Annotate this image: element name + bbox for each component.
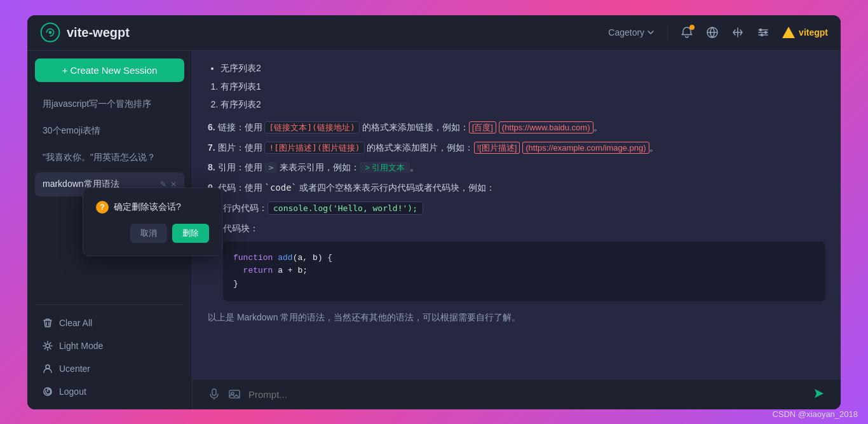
- ucenter-button[interactable]: Ucenter: [35, 359, 184, 379]
- light-mode-button[interactable]: Light Mode: [35, 336, 184, 356]
- microphone-icon[interactable]: [208, 388, 220, 400]
- watermark: CSDN @xiaoyan_2018: [772, 409, 858, 419]
- sidebar-bottom: Clear All Light Mode Ucenter: [35, 304, 184, 402]
- vitegpt-logo: vitegpt: [782, 27, 828, 38]
- power-icon: [43, 386, 53, 397]
- logo-area: vite-wegpt: [40, 22, 130, 43]
- confirm-warning-icon: ?: [96, 201, 109, 214]
- new-session-button[interactable]: + Create New Session: [35, 58, 184, 82]
- move-icon[interactable]: [731, 26, 744, 39]
- confirm-question: 确定删除该会话?: [114, 202, 181, 213]
- settings-icon[interactable]: [757, 26, 770, 39]
- code-block-label: 代码块：: [208, 221, 825, 236]
- bottom-section: 以上是 Markdown 常用的语法，当然还有其他的语法，可以根据需要自行了解。: [208, 306, 825, 325]
- notification-badge: [689, 25, 695, 30]
- svg-rect-9: [212, 389, 216, 395]
- svg-point-3: [760, 29, 762, 31]
- header-right: Cagetory: [608, 25, 828, 40]
- user-icon: [43, 364, 53, 374]
- section-7: 7. 图片：使用 ![图片描述](图片链接) 的格式来添加图片，例如：![图片描…: [208, 140, 825, 156]
- section-8: 8. 引用：使用 > 来表示引用，例如：> 引用文本。: [208, 160, 825, 175]
- header-divider: [667, 25, 668, 40]
- list-item: 有序列表2: [220, 97, 825, 113]
- svg-point-6: [46, 344, 50, 348]
- sun-icon: [43, 341, 53, 351]
- send-icon: [813, 387, 825, 400]
- list-item: 有序列表1: [220, 79, 825, 95]
- session-item-1[interactable]: 用javascript写一个冒泡排序: [35, 92, 184, 116]
- session-item-2[interactable]: 30个emoji表情: [35, 119, 184, 143]
- code-block: function add(a, b) { return a + b; }: [223, 242, 825, 301]
- app-header: vite-wegpt Cagetory: [27, 15, 841, 51]
- clear-all-button[interactable]: Clear All: [35, 313, 184, 333]
- session-item-3[interactable]: "我喜欢你。"用英语怎么说？: [35, 146, 184, 170]
- delete-button[interactable]: 删除: [172, 224, 209, 243]
- vitegpt-triangle-icon: [782, 27, 795, 38]
- svg-point-4: [765, 32, 767, 34]
- prompt-input[interactable]: [248, 389, 805, 400]
- list-item: 无序列表2: [220, 61, 825, 76]
- cancel-button[interactable]: 取消: [130, 224, 167, 243]
- svg-point-1: [49, 31, 52, 34]
- notification-icon[interactable]: [681, 26, 693, 39]
- message-content: 无序列表2 有序列表1 有序列表2 6. 链接：使用 [链接文本](链接地址) …: [208, 61, 825, 325]
- logout-button[interactable]: Logout: [35, 381, 184, 402]
- image-icon[interactable]: [228, 388, 241, 400]
- svg-point-7: [46, 365, 50, 369]
- logo-icon: [40, 22, 60, 43]
- globe-icon[interactable]: [706, 26, 719, 39]
- inline-code-row: 行内代码：console.log('Hello, world!');: [208, 201, 825, 216]
- confirm-dialog: ? 确定删除该会话? 取消 删除: [83, 188, 222, 256]
- category-button[interactable]: Cagetory: [608, 27, 654, 38]
- chat-area[interactable]: 无序列表2 有序列表1 有序列表2 6. 链接：使用 [链接文本](链接地址) …: [193, 51, 841, 379]
- app-title: vite-wegpt: [67, 25, 130, 40]
- main-content: 无序列表2 有序列表1 有序列表2 6. 链接：使用 [链接文本](链接地址) …: [193, 51, 841, 409]
- section-9: 9. 代码：使用 `code` 或者四个空格来表示行内代码或者代码块，例如：: [208, 181, 825, 196]
- chevron-down-icon: [647, 29, 654, 36]
- trash-icon: [43, 318, 53, 328]
- input-area: [193, 379, 841, 409]
- send-button[interactable]: [813, 387, 825, 402]
- section-6: 6. 链接：使用 [链接文本](链接地址) 的格式来添加链接，例如：[百度] (…: [208, 120, 825, 135]
- confirm-header: ? 确定删除该会话?: [96, 201, 209, 214]
- confirm-buttons: 取消 删除: [96, 224, 209, 243]
- svg-point-5: [761, 34, 763, 36]
